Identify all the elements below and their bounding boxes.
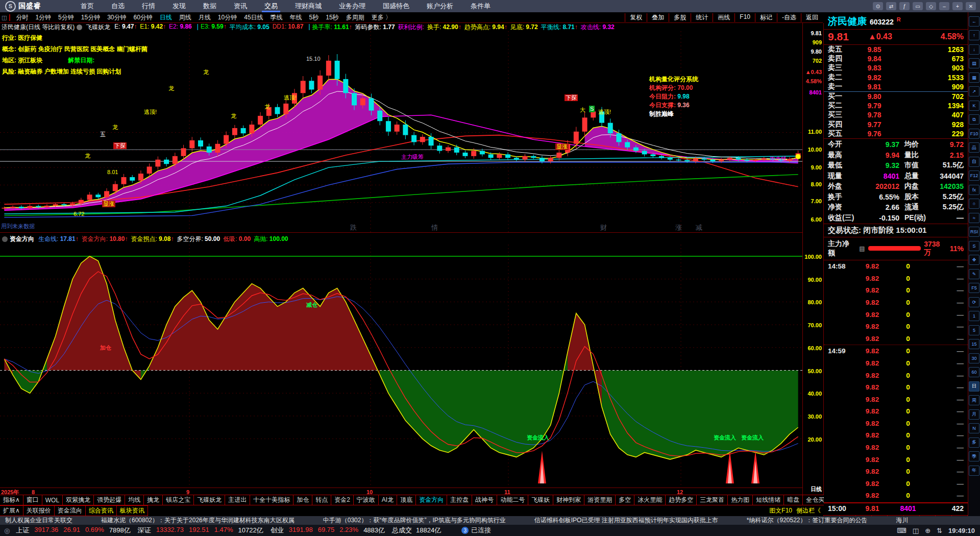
- tab-顶底[interactable]: 顶底: [397, 495, 416, 505]
- period-30分钟[interactable]: 30分钟: [104, 13, 130, 22]
- tab-综合资讯[interactable]: 综合资讯: [85, 505, 117, 516]
- strip-✥[interactable]: ✥: [969, 255, 979, 265]
- status-icon[interactable]: ◫: [913, 527, 919, 534]
- strip-RSI[interactable]: RSI: [969, 227, 979, 237]
- tool-复权[interactable]: 复权: [625, 13, 647, 22]
- strip-F10[interactable]: F10: [969, 129, 979, 139]
- status-icon[interactable]: ⇅: [937, 527, 942, 534]
- strip-品[interactable]: 品: [969, 142, 979, 153]
- menu-item-交易[interactable]: 交易: [256, 0, 286, 12]
- strip-S[interactable]: S: [969, 241, 979, 251]
- strip-月[interactable]: 月: [969, 409, 979, 420]
- tab-热力图[interactable]: 热力图: [727, 495, 753, 505]
- tab-游资里期[interactable]: 游资里期: [584, 495, 616, 505]
- menu-item-国盛特色[interactable]: 国盛特色: [374, 0, 418, 12]
- period-年线[interactable]: 年线: [286, 13, 306, 22]
- menu-item-发现[interactable]: 发现: [164, 0, 194, 12]
- tab-主控盘[interactable]: 主控盘: [447, 495, 472, 505]
- layout-icon[interactable]: ◫: [2, 14, 10, 21]
- tool-画线[interactable]: 画线: [713, 13, 734, 22]
- settings-icon[interactable]: ⇄: [886, 2, 896, 10]
- message-icon[interactable]: ⊙: [873, 2, 883, 10]
- tool-标记[interactable]: 标记: [755, 13, 777, 22]
- strip-○[interactable]: ○: [969, 199, 979, 209]
- tab-强势起爆[interactable]: 强势起爆: [93, 495, 125, 505]
- period-10分钟[interactable]: 10分钟: [214, 13, 240, 22]
- strip-↗[interactable]: ↗: [969, 86, 979, 96]
- collapse-icon[interactable]: [2, 236, 8, 242]
- period-周线[interactable]: 周线: [176, 13, 195, 22]
- tab-加仓[interactable]: 加仓: [293, 495, 312, 505]
- market-status-icon[interactable]: ◎: [4, 527, 10, 534]
- tab-多空[interactable]: 多空: [615, 495, 634, 505]
- indicator-dot-icon[interactable]: [77, 25, 82, 30]
- strip-↑[interactable]: ↑: [969, 30, 979, 40]
- tab-AI龙[interactable]: AI龙: [378, 495, 397, 505]
- status-icon[interactable]: ⊕: [925, 527, 930, 534]
- status-icon[interactable]: ⌨: [897, 527, 906, 534]
- link-侧边栏《[interactable]: 侧边栏《: [796, 506, 821, 515]
- tab-飞碟妖龙[interactable]: 飞碟妖龙: [193, 495, 225, 505]
- menu-item-账户分析[interactable]: 账户分析: [418, 0, 462, 12]
- fund-direction-chart[interactable]: 加仓减仓资金流入资金流入资金流入: [0, 245, 802, 488]
- tab-窗口[interactable]: 窗口: [23, 495, 42, 505]
- strip-60[interactable]: 60: [969, 367, 979, 377]
- strip-年[interactable]: 年: [969, 466, 979, 476]
- skin-icon[interactable]: ◇: [926, 2, 936, 10]
- strip-≈[interactable]: ≈: [969, 213, 979, 223]
- strip-自[interactable]: 自: [969, 157, 979, 167]
- strip-↓[interactable]: ↓: [969, 44, 979, 55]
- tab-主进出[interactable]: 主进出: [225, 495, 250, 505]
- menu-item-行情[interactable]: 行情: [133, 0, 164, 12]
- tool-返回[interactable]: 返回: [801, 13, 823, 22]
- period-季线[interactable]: 季线: [267, 13, 286, 22]
- minimize-icon[interactable]: –: [939, 2, 949, 10]
- quote-stock-name[interactable]: 济民健康: [828, 15, 867, 28]
- tool-统计[interactable]: 统计: [691, 13, 713, 22]
- tab-动能二号[interactable]: 动能二号: [497, 495, 528, 505]
- tab-双紫擒龙[interactable]: 双紫擒龙: [62, 495, 94, 505]
- close-icon[interactable]: ✕: [966, 2, 976, 10]
- tab-资金2[interactable]: 资金2: [331, 495, 354, 505]
- strip-季[interactable]: 季: [969, 451, 979, 461]
- strip-▦[interactable]: ▦: [969, 72, 979, 83]
- tab-资金方向[interactable]: 资金方向: [415, 495, 447, 505]
- period-15分钟[interactable]: 15分钟: [78, 13, 104, 22]
- strip-✎[interactable]: ✎: [969, 269, 979, 279]
- strip-F12[interactable]: F12: [969, 170, 979, 181]
- period-1分钟[interactable]: 1分钟: [32, 13, 55, 22]
- strip-←[interactable]: ←: [969, 16, 979, 27]
- period-分时[interactable]: 分时: [12, 13, 32, 22]
- menu-item-资讯[interactable]: 资讯: [225, 0, 256, 12]
- menu-item-数据[interactable]: 数据: [194, 0, 225, 12]
- strip-多[interactable]: 多: [969, 437, 979, 448]
- menu-item-自选[interactable]: 自选: [103, 0, 133, 12]
- tab-镇店之宝[interactable]: 镇店之宝: [162, 495, 194, 505]
- tab-板块资讯[interactable]: 板块资讯: [116, 505, 148, 516]
- period-5分钟[interactable]: 5分钟: [55, 13, 78, 22]
- strip-日[interactable]: 日: [969, 381, 979, 392]
- menu-item-条件单[interactable]: 条件单: [462, 0, 499, 12]
- function-icon[interactable]: ƒ: [899, 2, 910, 10]
- strip-⧉[interactable]: ⧉: [969, 114, 979, 125]
- tab-暗盘[interactable]: 暗盘: [783, 495, 803, 505]
- tick-list[interactable]: 14:589.820—9.820—9.820—9.820—9.820—9.820…: [824, 260, 968, 502]
- menu-item-理财商城[interactable]: 理财商城: [286, 0, 330, 12]
- strip-周[interactable]: 周: [969, 395, 979, 405]
- link-图文F10[interactable]: 图文F10: [769, 506, 792, 515]
- period-月线[interactable]: 月线: [195, 13, 214, 22]
- news-ticker[interactable]: 制人权属企业日常关联交福建水泥（600802）：关于关于2026年度与华润建材科…: [0, 516, 980, 525]
- strip-5[interactable]: 5: [969, 325, 979, 335]
- period-日线[interactable]: 日线: [156, 13, 176, 22]
- main-candle-chart[interactable]: 行业: 医疗保健概念: 创新药 免疫治疗 民营医院 医美概念 幽门螺杆菌地区: …: [0, 31, 802, 232]
- tab-WOL[interactable]: WOL: [42, 495, 63, 505]
- menu-item-业务办理[interactable]: 业务办理: [330, 0, 374, 12]
- strip-K[interactable]: K: [969, 101, 979, 111]
- tab-财神到家[interactable]: 财神到家: [553, 495, 584, 505]
- tab-擒龙[interactable]: 擒龙: [143, 495, 163, 505]
- tab-飞碟妖[interactable]: 飞碟妖: [528, 495, 553, 505]
- period-15秒[interactable]: 15秒: [322, 13, 342, 22]
- strip-15[interactable]: 15: [969, 339, 979, 349]
- subchart-title[interactable]: 资金方向: [10, 235, 34, 243]
- maximize-icon[interactable]: +: [952, 2, 963, 10]
